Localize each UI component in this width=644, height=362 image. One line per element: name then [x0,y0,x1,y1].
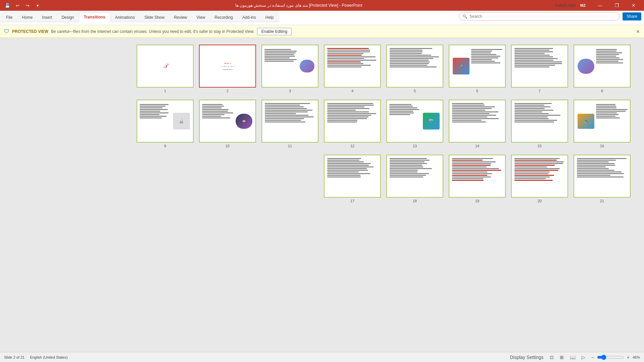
close-button[interactable]: ✕ [626,0,641,11]
slide-item-17[interactable]: 17 [324,155,381,203]
zoom-percent: 46% [633,355,640,359]
slide-item-12[interactable]: 12 [324,100,381,148]
zoom-out-button[interactable]: − [590,354,596,361]
customize-button[interactable]: ▾ [33,1,42,10]
slide-thumbnail-17[interactable] [324,155,381,198]
slide-content-7 [512,45,567,87]
slide-thumbnail-4[interactable] [324,45,381,88]
slide-number-6: 6 [476,89,478,93]
slide-item-8[interactable]: 8 [574,45,631,93]
status-right: Display Settings ⊡ ⊞ 📖 ▷ − + 46% [508,354,640,361]
slide-number-1: 1 [164,89,166,93]
slide-content-5 [387,45,443,87]
slide-item-7[interactable]: 7 [511,45,568,93]
slide-item-13[interactable]: ⚗️ 13 [386,100,443,148]
tab-review[interactable]: Review [169,13,192,22]
slide-content-4 [325,45,380,87]
tab-transitions[interactable]: Transitions [79,12,110,22]
slide-item-4[interactable]: 4 [324,45,381,93]
slide-thumbnail-18[interactable] [386,155,443,198]
slide-number-8: 8 [601,89,603,93]
tab-design[interactable]: Design [57,13,79,22]
language: English (United States) [30,355,68,359]
display-settings-button[interactable]: Display Settings [508,354,545,361]
slide-content-12 [325,100,380,142]
slide-thumbnail-15[interactable] [511,100,568,143]
slide-item-15[interactable]: 15 [511,100,568,148]
slide-thumbnail-3[interactable] [261,45,318,88]
tab-animations[interactable]: Animations [110,13,140,22]
normal-view-button[interactable]: ⊡ [548,354,555,361]
slide-thumbnail-14[interactable] [449,100,506,143]
slideshow-button[interactable]: ▷ [580,354,587,361]
tab-add-ins[interactable]: Add-ins [238,13,261,22]
enable-editing-button[interactable]: Enable Editing [257,28,292,35]
slide-thumbnail-5[interactable] [386,45,443,88]
slide-item-9[interactable]: 🔬 9 [137,100,194,148]
shield-icon: 🛡 [4,29,9,35]
slide-thumbnail-20[interactable] [511,155,568,198]
tab-help[interactable]: Help [261,13,279,22]
restore-button[interactable]: ❐ [609,0,625,11]
slide-thumbnail-7[interactable] [511,45,568,88]
tab-slide-show[interactable]: Slide Show [140,13,169,22]
slide-number-20: 20 [538,199,542,203]
redo-button[interactable]: ↪ [23,1,32,10]
search-bar[interactable]: 🔍 [459,12,620,20]
slide-item-19[interactable]: 19 [449,155,506,203]
slide-thumbnail-10[interactable]: 🧠 [199,100,256,143]
slide-item-11[interactable]: 11 [261,100,318,148]
slide-item-5[interactable]: 5 [386,45,443,93]
slide-thumbnail-8[interactable] [574,45,631,88]
minimize-button[interactable]: — [592,0,608,11]
share-button[interactable]: Share [623,12,641,20]
slide-content-18 [387,155,443,197]
slide-thumbnail-13[interactable]: ⚗️ [386,100,443,143]
slide-thumbnail-9[interactable]: 🔬 [137,100,194,143]
slide-number-3: 3 [289,89,291,93]
slide-content-17 [325,155,380,197]
slide-thumbnail-21[interactable] [574,155,631,198]
close-protected-bar-button[interactable]: ✕ [636,29,640,34]
slide-item-21[interactable]: 21 [574,155,631,203]
slide-item-10[interactable]: 🧠 10 [199,100,256,148]
quick-access-toolbar: 💾 ↩ ↪ ▾ [3,1,42,10]
save-button[interactable]: 💾 [3,1,12,10]
slide-thumbnail-1[interactable]: 𝒯 [137,45,194,88]
slide-number-2: 2 [227,89,229,93]
slide-content-9: 🔬 [137,100,193,142]
slide-item-2[interactable]: به نام خدا متد های مورد استفاده در سنجش … [199,45,256,93]
reading-view-button[interactable]: 📖 [568,354,577,361]
tab-recording[interactable]: Recording [210,13,238,22]
tab-home[interactable]: Home [17,13,37,22]
slide-item-3[interactable]: 3 [261,45,318,93]
undo-button[interactable]: ↩ [13,1,22,10]
slide-item-20[interactable]: 20 [511,155,568,203]
slide-number-15: 15 [538,144,542,148]
slide-item-18[interactable]: 18 [386,155,443,203]
tab-view[interactable]: View [192,13,210,22]
zoom-in-button[interactable]: + [625,354,631,361]
slide-item-14[interactable]: 14 [449,100,506,148]
zoom-slider[interactable] [597,355,624,360]
slide-sorter-area: 8 7 🧪 6 5 4 [0,38,644,352]
search-input[interactable] [469,14,616,19]
slide-thumbnail-11[interactable] [261,100,318,143]
slide-item-16[interactable]: 🐟 16 [574,100,631,148]
slide-content-8 [574,45,630,87]
slide-item-6[interactable]: 🧪 6 [449,45,506,93]
ribbon-tabs: FileHomeInsertDesignTransitionsAnimation… [0,11,280,22]
slide-thumbnail-16[interactable]: 🐟 [574,100,631,143]
slide-thumbnail-12[interactable] [324,100,381,143]
slide-sorter-button[interactable]: ⊞ [558,354,565,361]
slide-thumbnail-19[interactable] [449,155,506,198]
slide-number-4: 4 [351,89,353,93]
window-controls: — ❐ ✕ [592,0,641,11]
slide-thumbnail-2[interactable]: به نام خدا متد های مورد استفاده در سنجش … [199,45,256,88]
tab-file[interactable]: File [1,13,17,22]
user-avatar[interactable]: MZ [578,1,588,10]
slide-item-1[interactable]: 𝒯1 [137,45,194,93]
ribbon-content [0,22,644,25]
slide-thumbnail-6[interactable]: 🧪 [449,45,506,88]
tab-insert[interactable]: Insert [37,13,57,22]
